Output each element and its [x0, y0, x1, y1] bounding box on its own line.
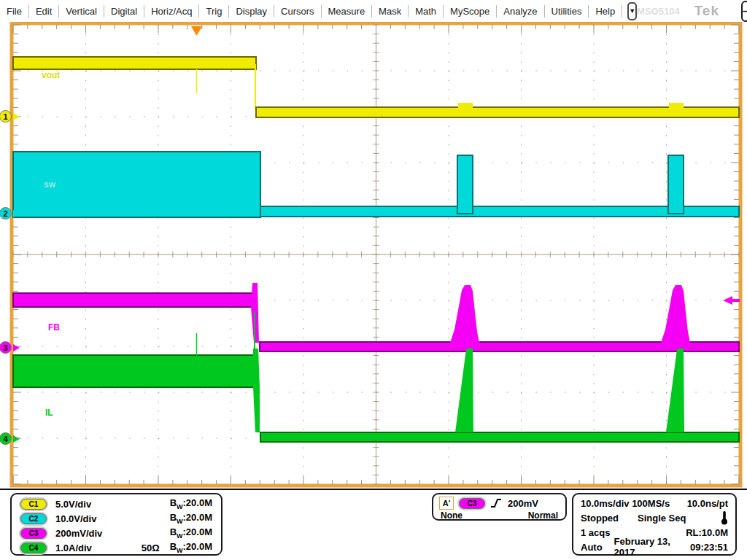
trigger-level-value: 200mV	[508, 498, 538, 509]
record-length: RL:10.0M	[686, 527, 728, 538]
rising-edge-icon	[490, 497, 503, 509]
acquisition-state: Stopped	[581, 513, 619, 524]
channel2-arrow-icon	[13, 210, 20, 217]
menu-mask[interactable]: Mask	[372, 5, 409, 18]
menu-edit[interactable]: Edit	[29, 5, 59, 18]
trigger-holdoff: None	[441, 510, 462, 521]
channel3-badge[interactable]: C3	[20, 528, 47, 539]
channel2-marker-number: 2	[3, 209, 7, 218]
menu-math[interactable]: Math	[409, 5, 444, 18]
trigger-mode: Normal	[528, 510, 558, 521]
channel2-readout[interactable]: C2 10.0V/div BW:20.0M	[12, 511, 221, 526]
channel4-arrow-icon	[13, 435, 20, 443]
channel-readout-panel: C1 5.0V/div BW:20.0M C2 10.0V/div BW:20.…	[10, 493, 222, 556]
trigger-position-marker	[191, 26, 202, 36]
menu-trig[interactable]: Trig	[199, 5, 229, 18]
channel1-marker-number: 1	[3, 112, 7, 121]
channel3-bandwidth: BW:20.0M	[170, 526, 212, 540]
channel3-marker-number: 3	[3, 343, 7, 352]
minimize-button[interactable]: –	[741, 1, 747, 22]
menu-vertical[interactable]: Vertical	[59, 5, 104, 18]
menu-display[interactable]: Display	[229, 5, 274, 18]
sample-rate-value: 100MS/s	[632, 498, 670, 509]
trace-label-il: IL	[45, 408, 53, 418]
channel4-marker-number: 4	[3, 435, 7, 443]
trigger-auto-mode: Auto	[581, 542, 603, 553]
tek-logo: Tek	[694, 3, 719, 19]
channel4-bandwidth: BW:20.0M	[170, 541, 212, 554]
channel1-scale: 5.0V/div	[55, 499, 91, 510]
menu-horiz-acq[interactable]: Horiz/Acq	[144, 5, 199, 18]
channel3-readout[interactable]: C3 200mV/div BW:20.0M	[12, 526, 221, 540]
acquisition-count: 1 acqs	[581, 527, 610, 538]
channel2-bandwidth: BW:20.0M	[170, 512, 212, 525]
menu-measure[interactable]: Measure	[322, 5, 373, 18]
menu-myscope[interactable]: MyScope	[444, 5, 497, 18]
menu-analyze[interactable]: Analyze	[497, 5, 544, 18]
channel1-arrow-icon	[13, 113, 20, 120]
channel3-scale: 200mV/div	[55, 528, 102, 539]
acquisition-readout-panel[interactable]: 10.0ms/div 100MS/s 10.0ns/pt Stopped Sin…	[572, 493, 737, 556]
menu-overflow-button[interactable]: ▼	[627, 2, 637, 20]
model-number: MSO5104	[637, 6, 680, 17]
trace-label-sw: sw	[44, 179, 55, 190]
readout-divider	[0, 489, 747, 490]
minimize-icon: –	[743, 5, 747, 17]
menu-bar: File Edit Vertical Digital Horiz/Acq Tri…	[0, 0, 747, 22]
trigger-a-badge: A'	[439, 497, 454, 510]
channel1-bandwidth: BW:20.0M	[170, 497, 212, 510]
trace-label-fb: FB	[48, 322, 60, 332]
channel3-arrow-icon	[13, 344, 20, 351]
trigger-source-badge: C3	[459, 498, 485, 509]
menu-cursors[interactable]: Cursors	[274, 5, 322, 18]
timebase-value: 10.0ms/div	[581, 498, 630, 509]
thermometer-icon	[721, 510, 728, 525]
menu-utilities[interactable]: Utilities	[545, 5, 589, 18]
time-text: 09:23:51	[690, 542, 728, 553]
channel4-readout[interactable]: C4 1.0A/div 50Ω BW:20.0M	[12, 540, 221, 555]
channel4-badge[interactable]: C4	[20, 542, 47, 553]
menu-digital[interactable]: Digital	[104, 5, 144, 18]
channel1-badge[interactable]: C1	[20, 499, 47, 510]
channel2-scale: 10.0V/div	[55, 513, 96, 524]
channel1-readout[interactable]: C1 5.0V/div BW:20.0M	[12, 497, 221, 511]
menu-file[interactable]: File	[0, 5, 29, 18]
channel2-badge[interactable]: C2	[20, 513, 47, 524]
channel4-scale: 1.0A/div	[55, 542, 92, 553]
date-text: February 13, 2017	[614, 536, 690, 558]
channel4-termination: 50Ω	[142, 542, 160, 553]
acquisition-sequence-mode: Single Seq	[638, 513, 686, 524]
trace-label-vout: vout	[42, 70, 60, 80]
menu-help[interactable]: Help	[589, 5, 622, 18]
waveform-display	[0, 0, 747, 560]
sample-resolution: 10.0ns/pt	[687, 498, 728, 509]
trigger-readout-panel[interactable]: A' C3 200mV None Normal	[432, 493, 567, 521]
chevron-down-icon: ▼	[629, 7, 635, 15]
